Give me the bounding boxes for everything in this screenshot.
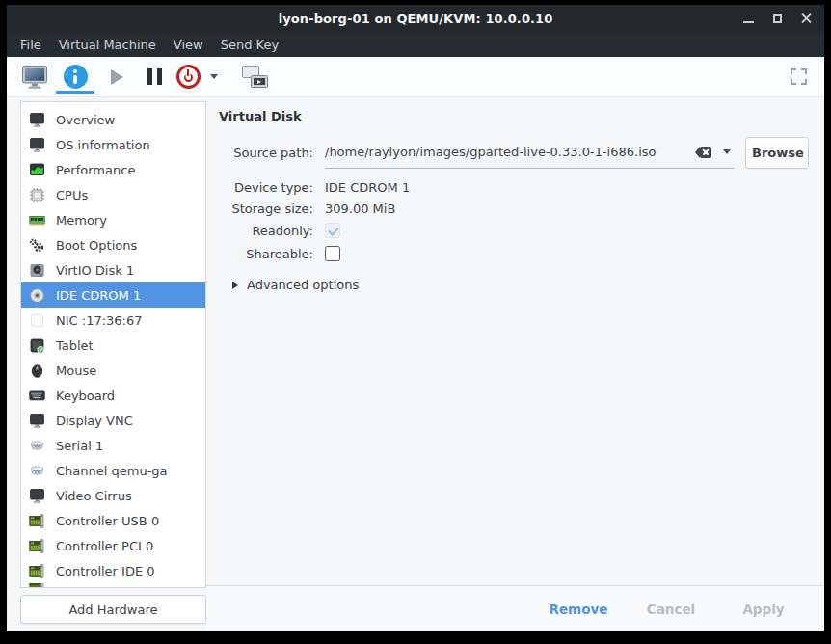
nic-icon (29, 312, 45, 329)
performance-chart-icon (29, 162, 45, 178)
close-icon[interactable] (800, 13, 813, 25)
hardware-list: Overview OS information Performance (20, 101, 206, 588)
sidebar-item-os-information[interactable]: OS information (21, 132, 205, 157)
add-hardware-button[interactable]: Add Hardware (20, 595, 206, 624)
device-type-row: Device type: IDE CDROM 1 (219, 176, 809, 198)
cdrom-disc-icon (29, 287, 45, 304)
sidebar-item-ide-cdrom-1[interactable]: IDE CDROM 1 (21, 282, 205, 308)
pci-card-icon (29, 538, 45, 554)
sidebar-item-label: NIC :17:36:67 (56, 313, 143, 328)
sidebar-item-label: Channel qemu-ga (56, 464, 168, 478)
fullscreen-button[interactable] (784, 59, 813, 94)
menu-file[interactable]: File (12, 34, 50, 56)
readonly-label: Readonly: (219, 224, 313, 238)
cpu-chip-icon (29, 187, 45, 203)
sidebar-item-keyboard[interactable]: Keyboard (21, 383, 205, 408)
sidebar-item-tablet[interactable]: Tablet (21, 333, 205, 358)
sidebar-item-label: Mouse (56, 363, 96, 378)
remove-button[interactable]: Remove (545, 596, 612, 623)
virtual-displays-icon (242, 66, 268, 88)
toolbar (7, 57, 824, 97)
shutdown-button[interactable] (172, 59, 204, 94)
clear-entry-icon[interactable] (700, 147, 711, 158)
storage-size-row: Storage size: 309.00 MiB (219, 198, 809, 219)
titlebar[interactable]: lyon-borg-01 on QEMU/KVM: 10.0.0.10 (7, 5, 824, 32)
advanced-options-expander[interactable]: Advanced options (232, 278, 809, 292)
entry-dropdown-icon[interactable] (723, 149, 731, 154)
browse-button[interactable]: Browse (745, 137, 809, 169)
device-type-value: IDE CDROM 1 (325, 180, 410, 195)
source-path-label: Source path: (219, 146, 313, 160)
shutdown-menu-button[interactable] (204, 59, 224, 94)
sidebar-item-video-cirrus[interactable]: Video Cirrus (21, 483, 205, 508)
hard-disk-icon (29, 262, 45, 279)
vm-details-window: lyon-borg-01 on QEMU/KVM: 10.0.0.10 File… (7, 5, 824, 631)
sidebar-item-label: IDE CDROM 1 (56, 288, 141, 303)
shareable-checkbox[interactable] (325, 246, 340, 261)
mouse-icon (29, 362, 45, 379)
sidebar-item-label: CPUs (56, 188, 88, 202)
graphical-console-icon (21, 65, 48, 90)
pause-button[interactable] (137, 59, 172, 94)
menu-send-key[interactable]: Send Key (212, 34, 287, 56)
source-path-input[interactable]: /home/raylyon/images/gparted-live-0.33.0… (325, 136, 734, 169)
graphical-console-button[interactable] (15, 59, 54, 94)
source-path-row: Source path: /home/raylyon/images/gparte… (219, 136, 809, 169)
device-type-label: Device type: (219, 180, 313, 195)
menubar: File Virtual Machine View Send Key (7, 32, 824, 57)
sidebar-item-mouse[interactable]: Mouse (21, 358, 205, 383)
menu-view[interactable]: View (165, 34, 212, 56)
maximize-icon[interactable] (771, 13, 784, 25)
monitor-icon (29, 112, 45, 128)
details-panel: Virtual Disk Source path: /home/raylyon/… (206, 97, 824, 631)
sidebar-item-label: Display VNC (56, 414, 133, 428)
sidebar-item-controller-usb-0[interactable]: Controller USB 0 (21, 508, 205, 533)
sidebar-item-memory[interactable]: Memory (21, 207, 205, 232)
sidebar-item-label: Keyboard (56, 389, 115, 403)
storage-size-value: 309.00 MiB (325, 201, 395, 216)
expander-triangle-icon (232, 282, 238, 289)
sidebar-item-nic[interactable]: NIC :17:36:67 (21, 308, 205, 333)
serial-port-icon (29, 438, 45, 454)
window-controls (742, 5, 813, 32)
pci-card-icon (29, 513, 45, 529)
pause-icon (147, 68, 162, 85)
sidebar-item-controller-pci-0[interactable]: Controller PCI 0 (21, 533, 205, 558)
advanced-options-label: Advanced options (247, 278, 359, 292)
sidebar-item-cpus[interactable]: CPUs (21, 182, 205, 207)
tablet-icon (29, 337, 45, 354)
sidebar-item-overview[interactable]: Overview (21, 107, 205, 132)
storage-size-label: Storage size: (219, 201, 313, 216)
sidebar-item-label: Serial 1 (56, 439, 103, 453)
sidebar-item-label: Tablet (56, 338, 94, 353)
content-area: Overview OS information Performance (7, 97, 824, 631)
shutdown-icon (176, 65, 201, 89)
virtual-displays-button[interactable] (235, 59, 274, 94)
sidebar-item-channel-qemu-ga[interactable]: Channel qemu-ga (21, 458, 205, 483)
source-path-value: /home/raylyon/images/gparted-live-0.33.0… (325, 145, 692, 159)
pci-card-icon (29, 583, 45, 588)
run-icon (111, 69, 123, 85)
shutdown-menu-arrow-icon (210, 74, 218, 79)
action-bar: Remove Cancel Apply (206, 585, 824, 631)
window-title: lyon-borg-01 on QEMU/KVM: 10.0.0.10 (279, 12, 553, 26)
sidebar-item-virtio-disk-1[interactable]: VirtIO Disk 1 (21, 257, 205, 282)
menu-virtual-machine[interactable]: Virtual Machine (50, 34, 165, 56)
sidebar-item-controller-ide-0[interactable]: Controller IDE 0 (21, 558, 205, 583)
sidebar-item-clipped[interactable] (21, 583, 205, 588)
sidebar-item-label: VirtIO Disk 1 (56, 263, 134, 278)
sidebar-item-boot-options[interactable]: Boot Options (21, 232, 205, 257)
sidebar-item-serial-1[interactable]: Serial 1 (21, 433, 205, 458)
vm-details-button[interactable] (54, 59, 96, 94)
minimize-icon[interactable] (742, 13, 755, 25)
sidebar-item-display-vnc[interactable]: Display VNC (21, 408, 205, 433)
sidebar-item-label: Controller PCI 0 (56, 539, 153, 553)
sidebar-item-performance[interactable]: Performance (21, 157, 205, 182)
pci-card-icon (29, 563, 45, 579)
cancel-button: Cancel (637, 596, 705, 623)
sidebar-item-label: OS information (56, 138, 150, 152)
sidebar-item-label: Memory (56, 213, 107, 228)
sidebar-item-label: Video Cirrus (56, 489, 132, 503)
memory-ram-icon (29, 212, 45, 228)
run-button[interactable] (96, 59, 137, 94)
